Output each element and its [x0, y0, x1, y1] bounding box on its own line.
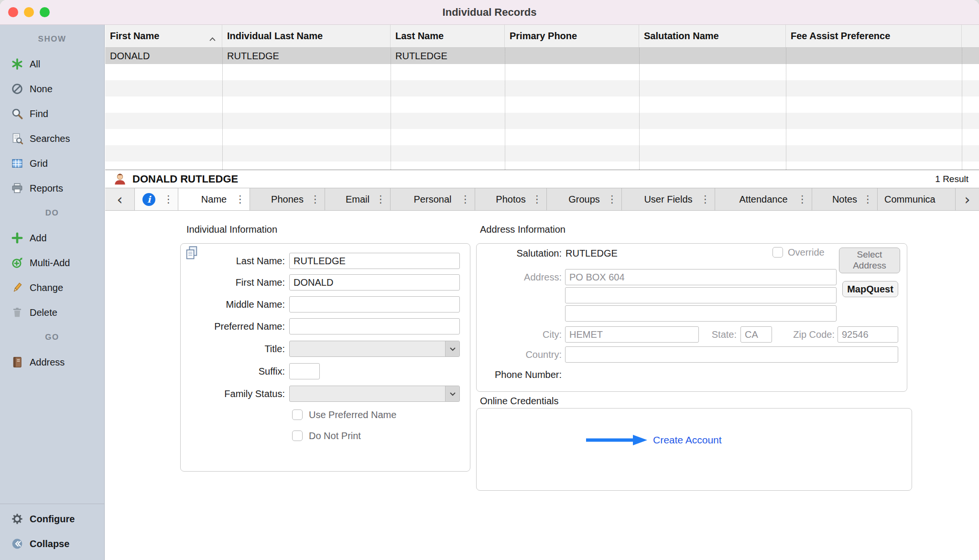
sidebar-item-find[interactable]: Find	[0, 101, 104, 126]
column-header-label: Individual Last Name	[227, 31, 323, 42]
tab-bar: ‹ i ⋮ Name ⋮ Phones ⋮ Email ⋮ Personal ⋮	[105, 188, 979, 211]
sidebar-item-delete[interactable]: Delete	[0, 300, 104, 325]
tab-photos[interactable]: Photos ⋮	[475, 188, 547, 210]
tab-menu-icon[interactable]: ⋮	[460, 194, 470, 205]
do-not-print-checkbox[interactable]	[292, 431, 303, 441]
column-header-first-name[interactable]: First Name	[105, 25, 222, 47]
column-header-fee-assist-preference[interactable]: Fee Assist Preference	[786, 25, 962, 47]
info-icon[interactable]: i	[142, 193, 155, 206]
sidebar-item-reports[interactable]: Reports	[0, 176, 104, 201]
select-address-button[interactable]: Select Address	[839, 248, 900, 273]
tab-communications[interactable]: Communica	[878, 188, 956, 210]
close-window-button[interactable]	[8, 7, 18, 17]
column-header-label: Primary Phone	[510, 31, 577, 42]
override-checkbox[interactable]	[772, 247, 783, 258]
address-line2-input[interactable]	[565, 287, 837, 303]
sidebar-item-address[interactable]: Address	[0, 350, 104, 375]
column-header-last-name[interactable]: Last Name	[391, 25, 505, 47]
sidebar-item-configure[interactable]: Configure	[0, 506, 104, 531]
tab-menu-icon[interactable]: ⋮	[532, 194, 542, 205]
tab-label: Name	[201, 194, 227, 205]
sidebar-item-searches[interactable]: Searches	[0, 126, 104, 151]
mapquest-button[interactable]: MapQuest	[842, 281, 898, 297]
tab-info[interactable]: i ⋮	[135, 188, 178, 210]
tab-user-fields[interactable]: User Fields ⋮	[622, 188, 715, 210]
cell-salutation-name	[639, 48, 786, 64]
cell-individual-last-name: RUTLEDGE	[222, 48, 391, 64]
tab-phones[interactable]: Phones ⋮	[250, 188, 325, 210]
chevron-down-icon[interactable]	[445, 341, 459, 356]
table-header: First Name Individual Last Name Last Nam…	[105, 25, 979, 48]
city-input[interactable]	[565, 326, 699, 343]
tab-notes[interactable]: Notes ⋮	[812, 188, 878, 210]
sidebar-item-label: All	[30, 59, 40, 70]
tab-menu-icon[interactable]: ⋮	[607, 194, 617, 205]
last-name-input[interactable]	[289, 253, 460, 269]
suffix-label: Suffix:	[181, 363, 285, 379]
address-line1-input[interactable]	[565, 269, 837, 285]
sidebar-item-all[interactable]: All	[0, 52, 104, 76]
state-input[interactable]	[740, 326, 772, 343]
pencil-icon	[11, 281, 23, 294]
tab-menu-icon[interactable]: ⋮	[163, 194, 174, 205]
first-name-input[interactable]	[289, 274, 460, 291]
zip-code-input[interactable]	[838, 326, 898, 343]
sidebar-item-none[interactable]: None	[0, 76, 104, 101]
address-line3-input[interactable]	[565, 305, 837, 322]
tab-menu-icon[interactable]: ⋮	[797, 194, 807, 205]
sidebar-item-multi-add[interactable]: Multi-Add	[0, 250, 104, 275]
chevron-left-icon: ‹	[117, 191, 123, 208]
tab-personal[interactable]: Personal ⋮	[391, 188, 475, 210]
chevron-down-icon[interactable]	[445, 386, 459, 401]
salutation-value: RUTLEDGE	[566, 245, 618, 261]
online-credentials-group: Create Account	[476, 408, 912, 491]
tab-menu-icon[interactable]: ⋮	[310, 194, 320, 205]
column-header-individual-last-name[interactable]: Individual Last Name	[222, 25, 391, 47]
family-status-label: Family Status:	[181, 386, 285, 402]
window-controls	[8, 7, 50, 17]
sidebar-item-collapse[interactable]: Collapse	[0, 531, 104, 556]
tab-name[interactable]: Name ⋮	[178, 188, 250, 210]
preferred-name-input[interactable]	[289, 318, 460, 334]
tabs-scroll-right-button[interactable]: ›	[956, 188, 979, 210]
column-header-label: Last Name	[395, 31, 444, 42]
cell-first-name: DONALD	[105, 48, 222, 64]
title-bar: Individual Records	[0, 0, 979, 25]
tab-groups[interactable]: Groups ⋮	[547, 188, 622, 210]
sort-ascending-icon	[209, 33, 216, 44]
zip-code-label: Zip Code:	[775, 326, 835, 343]
tab-attendance[interactable]: Attendance ⋮	[715, 188, 812, 210]
tab-menu-icon[interactable]: ⋮	[235, 194, 245, 205]
country-input[interactable]	[565, 346, 898, 363]
tabs-scroll-left-button[interactable]: ‹	[105, 188, 135, 210]
tab-menu-icon[interactable]: ⋮	[863, 194, 873, 205]
table-header-gutter	[962, 25, 979, 47]
sidebar-item-add[interactable]: Add	[0, 226, 104, 250]
create-account-link[interactable]: Create Account	[653, 433, 722, 447]
address-book-icon	[11, 356, 23, 369]
tab-menu-icon[interactable]: ⋮	[700, 194, 710, 205]
table-row-selected[interactable]: DONALD RUTLEDGE RUTLEDGE	[105, 48, 979, 64]
multi-add-icon	[11, 257, 23, 269]
sidebar-item-grid[interactable]: Grid	[0, 151, 104, 176]
middle-name-input[interactable]	[289, 296, 460, 312]
sidebar: SHOW All None Find Searches Grid	[0, 25, 105, 560]
tab-label: Attendance	[739, 194, 787, 205]
minimize-window-button[interactable]	[24, 7, 34, 17]
column-header-salutation-name[interactable]: Salutation Name	[639, 25, 786, 47]
zoom-window-button[interactable]	[40, 7, 50, 17]
tab-label: Phones	[271, 194, 304, 205]
do-not-print-label: Do Not Print	[309, 430, 361, 442]
sidebar-item-change[interactable]: Change	[0, 275, 104, 300]
address-label: Address:	[477, 269, 562, 285]
family-status-dropdown[interactable]	[289, 386, 460, 402]
tab-label: Personal	[414, 194, 452, 205]
tab-menu-icon[interactable]: ⋮	[376, 194, 386, 205]
address-information-group: Salutation: RUTLEDGE Override Select Add…	[476, 243, 907, 392]
tab-email[interactable]: Email ⋮	[325, 188, 391, 210]
use-preferred-name-checkbox[interactable]	[292, 409, 303, 420]
title-dropdown[interactable]	[289, 341, 460, 357]
column-header-primary-phone[interactable]: Primary Phone	[505, 25, 639, 47]
suffix-input[interactable]	[289, 363, 320, 379]
sidebar-footer: Configure Collapse	[0, 504, 104, 560]
